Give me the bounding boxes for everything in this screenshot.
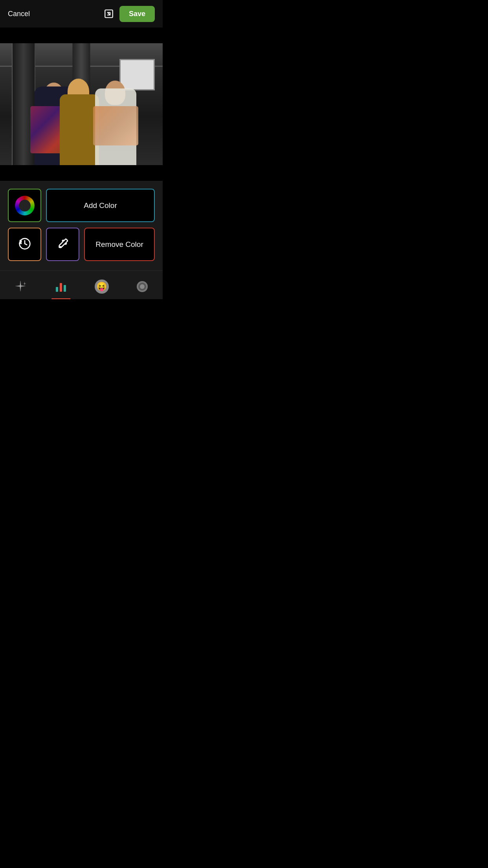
svg-point-7 [140,284,145,289]
image-area [0,28,163,181]
photo-container [0,43,163,165]
color-wheel-icon [15,196,35,215]
save-button[interactable]: Save [119,6,155,22]
svg-point-1 [60,246,61,248]
add-color-row: Add Color [8,189,155,222]
toolbar-item-adjustments[interactable] [48,276,74,297]
color-swatch-button[interactable] [8,189,41,222]
bottom-toolbar: 😝 [0,270,163,299]
dropper-button[interactable] [46,228,79,261]
face-icon: 😝 [94,279,110,294]
people-group [22,75,140,165]
history-button[interactable] [8,228,41,261]
sparkle-icon [13,279,28,294]
remove-color-row: Remove Color [8,228,155,261]
svg-rect-3 [60,283,62,292]
cancel-button[interactable]: Cancel [8,10,30,18]
toolbar-item-stickers[interactable] [129,276,156,297]
photo-background [0,43,163,165]
person-right [93,81,140,165]
toolbar-item-face[interactable]: 😝 [88,276,115,297]
add-color-button[interactable]: Add Color [46,189,155,222]
svg-rect-4 [64,285,66,292]
sticker-icon [134,279,150,294]
header: Cancel Save [0,0,163,28]
controls-area: Add Color Remove Color [0,181,163,270]
toolbar-item-effects[interactable] [7,276,34,297]
toolbar-items: 😝 [0,276,163,297]
remove-color-button[interactable]: Remove Color [84,228,155,261]
export-button[interactable] [103,8,115,20]
export-icon [104,9,114,19]
header-actions: Save [103,6,155,22]
history-icon [18,237,31,252]
svg-rect-2 [56,287,58,292]
dropper-icon [57,237,69,252]
face-emoji-icon: 😝 [95,280,109,294]
chart-icon [53,279,69,294]
person-right-shawl [93,106,138,145]
